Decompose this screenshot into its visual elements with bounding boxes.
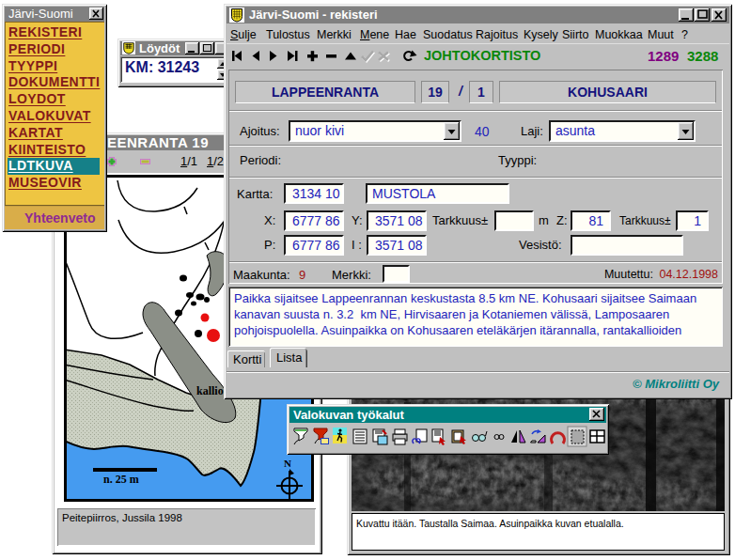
svg-text:n. 25 m: n. 25 m — [103, 473, 139, 486]
svg-text:kallio: kallio — [196, 384, 224, 397]
svg-text:N: N — [284, 458, 291, 469]
